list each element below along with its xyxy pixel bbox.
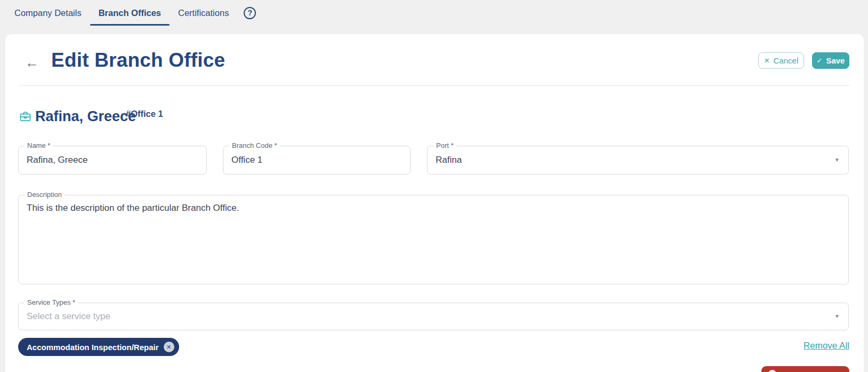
port-field[interactable]: Port * Rafina ▼ — [427, 146, 849, 175]
branch-code-field: Branch Code * — [223, 146, 411, 175]
tab-bar: Company Details Branch Offices Certifica… — [0, 0, 868, 26]
check-icon: ✓ — [817, 57, 823, 64]
question-mark-glyph: ? — [248, 9, 253, 17]
chip-remove-icon[interactable]: ✕ — [164, 342, 174, 352]
name-field: Name * — [18, 146, 207, 175]
description-textarea[interactable]: This is the description of the particula… — [19, 195, 848, 284]
tab-certifications[interactable]: Certifications — [170, 0, 237, 26]
delete-button[interactable] — [761, 366, 849, 372]
tab-branch-offices[interactable]: Branch Offices — [90, 0, 170, 26]
description-field: Description This is the description of t… — [18, 195, 849, 284]
service-types-field[interactable]: Service Types * ▼ — [18, 303, 849, 330]
header-divider — [18, 85, 849, 86]
description-field-label: Description — [25, 191, 65, 199]
service-type-chip: Accommodation Inspection/Repair ✕ — [18, 338, 179, 356]
name-field-label: Name * — [25, 141, 53, 149]
tab-label: Company Details — [14, 8, 82, 18]
tab-company-details[interactable]: Company Details — [6, 0, 90, 26]
chevron-down-icon[interactable]: ▼ — [834, 157, 840, 163]
briefcase-icon — [19, 110, 31, 123]
office-number-tag: #Office 1 — [126, 108, 163, 120]
cancel-button-label: Cancel — [774, 56, 799, 65]
edit-branch-office-card: ← Edit Branch Office ✕ Cancel ✓ Save Raf… — [5, 34, 864, 372]
branch-code-input[interactable] — [223, 146, 410, 174]
chevron-down-icon[interactable]: ▼ — [834, 313, 840, 319]
delete-button-icon — [768, 370, 776, 372]
save-button-label: Save — [826, 56, 845, 65]
screen: Company Details Branch Offices Certifica… — [0, 0, 868, 372]
office-name-heading: Rafina, Greece — [35, 108, 136, 125]
branch-code-field-label: Branch Code * — [229, 141, 280, 149]
name-input[interactable] — [19, 146, 206, 174]
save-button[interactable]: ✓ Save — [812, 52, 849, 69]
remove-all-link[interactable]: Remove All — [803, 341, 849, 351]
page-title: Edit Branch Office — [51, 48, 225, 73]
back-arrow-icon[interactable]: ← — [25, 56, 39, 70]
port-selected-value: Rafina — [436, 146, 462, 174]
service-types-input[interactable] — [19, 303, 848, 330]
chip-label: Accommodation Inspection/Repair — [27, 343, 159, 352]
tab-label: Certifications — [178, 8, 229, 18]
tab-label: Branch Offices — [99, 8, 161, 18]
help-icon[interactable]: ? — [244, 7, 256, 19]
cancel-button[interactable]: ✕ Cancel — [758, 52, 804, 69]
x-icon: ✕ — [764, 57, 770, 64]
service-types-field-label: Service Types * — [25, 298, 78, 306]
